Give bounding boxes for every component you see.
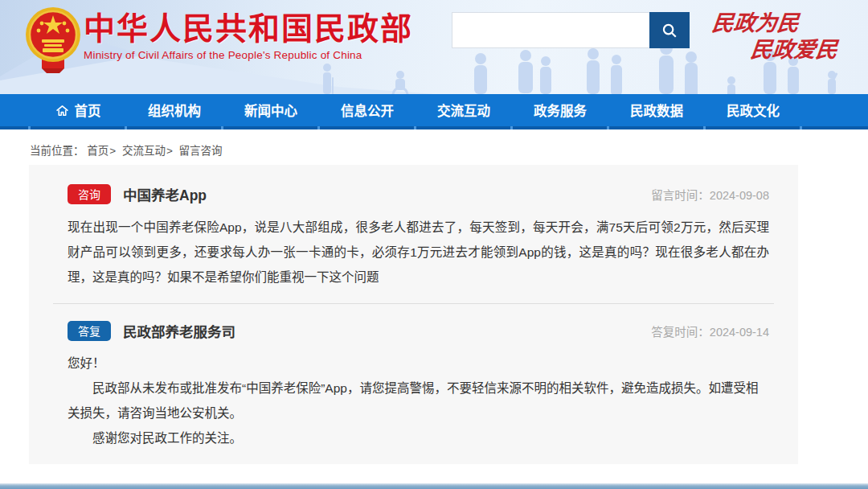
- message-card: 咨询 中国养老App 留言时间：2024-09-08 现在出现一个中国养老保险A…: [29, 165, 798, 464]
- nav-item-label: 信息公开: [341, 101, 394, 120]
- page: 中华人民共和国民政部 Ministry of Civil Affairs of …: [0, 0, 868, 489]
- nav-item-data[interactable]: 民政数据: [608, 94, 705, 126]
- nav-item-home[interactable]: 首页: [30, 94, 126, 126]
- site-brand: 中华人民共和国民政部 Ministry of Civil Affairs of …: [84, 11, 413, 61]
- reply-greeting: 您好！: [68, 351, 769, 376]
- site-subtitle: Ministry of Civil Affairs of the People'…: [84, 49, 413, 61]
- reply-time-value: 2024-09-14: [710, 326, 769, 339]
- nav-underline: [0, 126, 868, 129]
- nav-item-label: 民政文化: [727, 101, 780, 120]
- nav-item-label: 交流互动: [437, 101, 490, 120]
- nav-item-organization[interactable]: 组织机构: [126, 94, 223, 126]
- question-time-value: 2024-09-08: [710, 189, 769, 202]
- breadcrumb-separator: >: [109, 145, 116, 157]
- search-input[interactable]: [452, 12, 649, 48]
- breadcrumb-separator: >: [166, 145, 173, 157]
- home-icon: [55, 104, 69, 117]
- reply-header: 答复 民政部养老服务司 答复时间：2024-09-14: [68, 320, 769, 341]
- reply-time: 答复时间：2024-09-14: [651, 323, 769, 339]
- nav-item-label: 首页: [75, 101, 101, 120]
- question-time-label: 留言时间：: [651, 189, 710, 202]
- divider: [53, 303, 774, 304]
- question-time: 留言时间：2024-09-08: [651, 186, 769, 203]
- magnifier-icon: [661, 22, 678, 39]
- question-body: 现在出现一个中国养老保险App，说是八大部组成，很多老人都进去了，每天签到，每天…: [68, 215, 769, 290]
- question-title: 中国养老App: [123, 184, 207, 204]
- header-slogan: 民政为民 民政爱民: [712, 11, 837, 62]
- site-title: 中华人民共和国民政部: [84, 11, 413, 47]
- nav-item-interaction[interactable]: 交流互动: [416, 94, 512, 126]
- nav-item-culture[interactable]: 民政文化: [705, 94, 801, 126]
- breadcrumb: 当前位置： 首页> 交流互动> 留言咨询: [30, 142, 868, 158]
- question-header: 咨询 中国养老App 留言时间：2024-09-08: [68, 183, 769, 204]
- breadcrumb-home[interactable]: 首页: [87, 145, 108, 157]
- breadcrumb-message-consult[interactable]: 留言咨询: [179, 145, 223, 157]
- nav-item-label: 政务服务: [534, 101, 587, 120]
- reply-badge: 答复: [68, 321, 111, 341]
- reply-closing: 感谢您对民政工作的关注。: [68, 425, 769, 450]
- nav-item-news[interactable]: 新闻中心: [223, 94, 319, 126]
- slogan-line-2: 民政爱民: [710, 38, 838, 62]
- breadcrumb-interaction[interactable]: 交流互动: [122, 145, 166, 157]
- slogan-line-1: 民政为民: [710, 11, 838, 35]
- reply-text: 民政部从未发布或批准发布“中国养老保险”App，请您提高警惕，不要轻信来源不明的…: [68, 376, 769, 425]
- national-emblem-icon: [23, 6, 84, 75]
- search-box: [452, 12, 690, 48]
- nav-item-label: 组织机构: [148, 101, 201, 120]
- question-badge: 咨询: [68, 184, 111, 204]
- reply-time-label: 答复时间：: [651, 326, 710, 339]
- reply-title: 民政部养老服务司: [123, 321, 235, 341]
- breadcrumb-label: 当前位置：: [30, 145, 84, 157]
- main-nav: 首页 组织机构 新闻中心 信息公开 交流互动 政务服务 民政数据 民政文化: [0, 94, 868, 129]
- footer-divider: [0, 483, 868, 489]
- nav-items: 首页 组织机构 新闻中心 信息公开 交流互动 政务服务 民政数据 民政文化: [0, 94, 868, 126]
- search-button[interactable]: [649, 12, 690, 48]
- nav-item-info-disclosure[interactable]: 信息公开: [319, 94, 416, 126]
- site-header: 中华人民共和国民政部 Ministry of Civil Affairs of …: [0, 0, 868, 94]
- nav-item-services[interactable]: 政务服务: [512, 94, 608, 126]
- nav-item-label: 新闻中心: [244, 101, 297, 120]
- nav-item-label: 民政数据: [630, 101, 683, 120]
- reply-body: 您好！ 民政部从未发布或批准发布“中国养老保险”App，请您提高警惕，不要轻信来…: [68, 351, 769, 450]
